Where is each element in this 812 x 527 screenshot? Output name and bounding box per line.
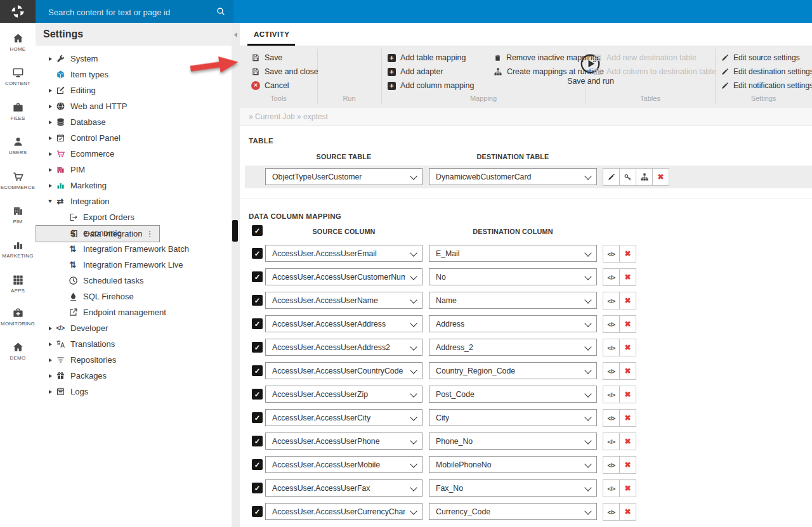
remove-inactive-mappings-button[interactable]: Remove inactive mappings [494, 52, 601, 63]
expander-icon[interactable] [46, 184, 55, 188]
expander-icon[interactable] [46, 390, 55, 394]
edit-column-script-button[interactable]: </> [603, 315, 620, 333]
edit-column-script-button[interactable]: </> [603, 386, 620, 403]
collapse-sidebar-icon[interactable] [234, 32, 237, 37]
rail-item-monitoring[interactable]: MONITORING [0, 307, 36, 335]
row-checkbox[interactable]: ✓ [252, 389, 263, 400]
edit-destination-settings-button[interactable]: Edit destination settings [721, 66, 812, 77]
rail-item-home[interactable]: HOME [0, 32, 36, 60]
rail-item-marketing[interactable]: MARKETING [0, 239, 36, 267]
tree-item-endpoint-management[interactable]: Endpoint management [36, 304, 230, 320]
tree-item-integration[interactable]: ⇄Integration [36, 193, 230, 209]
expander-icon[interactable] [46, 168, 55, 172]
edit-source-settings-button[interactable]: Edit source settings [721, 52, 800, 63]
rail-item-demo[interactable]: DEMO [0, 341, 36, 369]
tree-item-logs[interactable]: Logs [36, 384, 230, 400]
source-column-select[interactable]: AccessUser.AccessUserFax [265, 479, 422, 497]
delete-column-mapping-button[interactable]: ✖ [619, 479, 636, 497]
delete-column-mapping-button[interactable]: ✖ [619, 409, 636, 427]
tree-item-control-panel[interactable]: Control Panel [36, 130, 230, 146]
destination-column-select[interactable]: Currency_Code [429, 503, 597, 520]
destination-column-select[interactable]: Name [429, 292, 597, 309]
edit-notification-settings-button[interactable]: Edit notification settings [721, 80, 812, 91]
delete-column-mapping-button[interactable]: ✖ [619, 292, 636, 309]
destination-column-select[interactable]: City [429, 409, 597, 426]
destination-column-select[interactable]: Fax_No [429, 479, 597, 497]
row-checkbox[interactable]: ✓ [252, 271, 263, 282]
expander-icon[interactable] [46, 358, 55, 362]
tree-item-packages[interactable]: Packages [36, 368, 230, 384]
source-column-select[interactable]: AccessUser.AccessUserName [265, 292, 422, 309]
source-column-select[interactable]: AccessUser.AccessUserCity [265, 409, 422, 426]
edit-column-script-button[interactable]: </> [603, 339, 620, 356]
tree-item-sql-firehose[interactable]: SQL Firehose [36, 289, 230, 304]
expander-icon[interactable] [46, 120, 55, 124]
edit-column-script-button[interactable]: </> [603, 362, 620, 380]
tree-item-web-and-http[interactable]: Web and HTTP [36, 98, 230, 114]
source-column-select[interactable]: AccessUser.AccessUserCustomerNumber [265, 268, 422, 285]
expander-icon[interactable] [46, 136, 55, 140]
sidebar-scrollbar-thumb[interactable] [232, 220, 238, 242]
delete-column-mapping-button[interactable]: ✖ [619, 456, 636, 474]
destination-column-select[interactable]: No [429, 268, 597, 285]
row-checkbox[interactable]: ✓ [252, 342, 263, 353]
save-and-run-label[interactable]: Save and run [557, 77, 624, 86]
tree-item-pim[interactable]: PIM [36, 162, 230, 178]
rail-item-ecommerce[interactable]: ECOMMERCE [0, 171, 36, 198]
tree-item-editing[interactable]: Editing [36, 82, 230, 98]
delete-column-mapping-button[interactable]: ✖ [619, 268, 636, 286]
tree-item-database[interactable]: Database [36, 114, 230, 130]
source-column-select[interactable]: AccessUser.AccessUserPhone [265, 433, 422, 450]
delete-table-mapping-button[interactable]: ✖ [652, 168, 669, 186]
tree-item-repositories[interactable]: Repositories [36, 352, 230, 368]
tree-item-economic[interactable]: $e-conomic [36, 225, 230, 241]
expander-icon[interactable] [46, 342, 55, 346]
edit-column-script-button[interactable]: </> [603, 503, 620, 521]
add-column-mapping-button[interactable]: +Add column mapping [388, 80, 474, 91]
destination-column-select[interactable]: Phone_No [429, 433, 597, 450]
breadcrumb-text[interactable]: » Current Job » exptest [240, 112, 328, 121]
expander-icon[interactable] [46, 374, 55, 378]
select-all-checkbox[interactable]: ✓ [252, 225, 263, 236]
expander-icon[interactable] [46, 152, 55, 156]
source-column-select[interactable]: AccessUser.AccessUserEmail [265, 245, 422, 262]
edit-column-script-button[interactable]: </> [603, 433, 620, 450]
cancel-button[interactable]: ✕Cancel [251, 80, 289, 91]
tab-activity[interactable]: ACTIVITY [254, 30, 289, 38]
edit-column-script-button[interactable]: </> [603, 268, 620, 286]
edit-column-script-button[interactable]: </> [603, 456, 620, 474]
delete-column-mapping-button[interactable]: ✖ [619, 362, 636, 380]
row-checkbox[interactable]: ✓ [252, 248, 263, 259]
delete-column-mapping-button[interactable]: ✖ [619, 503, 636, 521]
search-input[interactable] [47, 0, 227, 24]
tree-item-developer[interactable]: </>Developer [36, 320, 230, 336]
add-table-mapping-button[interactable]: +Add table mapping [388, 52, 466, 63]
delete-column-mapping-button[interactable]: ✖ [619, 245, 636, 263]
rail-item-pim[interactable]: PIM [0, 205, 36, 233]
search-icon[interactable] [216, 6, 226, 16]
source-table-select[interactable]: ObjectTypeUserCustomer [265, 168, 422, 185]
edit-column-script-button[interactable]: </> [603, 479, 620, 497]
row-checkbox[interactable]: ✓ [252, 365, 263, 376]
delete-column-mapping-button[interactable]: ✖ [619, 386, 636, 403]
expander-icon[interactable] [46, 89, 55, 93]
tree-item-integration-framework-live[interactable]: ⇅Integration Framework Live [36, 257, 230, 273]
tree-item-integration-framework-batch[interactable]: ⇅Integration Framework Batch [36, 241, 230, 257]
edit-column-script-button[interactable]: </> [603, 245, 620, 263]
row-checkbox[interactable]: ✓ [252, 412, 263, 423]
destination-column-select[interactable]: Address_2 [429, 339, 597, 356]
tree-item-translations[interactable]: Translations [36, 336, 230, 352]
destination-column-select[interactable]: Post_Code [429, 386, 597, 403]
row-checkbox[interactable]: ✓ [252, 318, 263, 329]
save-and-close-button[interactable]: Save and close [251, 66, 318, 77]
edit-column-script-button[interactable]: </> [603, 409, 620, 427]
source-column-select[interactable]: AccessUser.AccessUserZip [265, 386, 422, 403]
rail-item-files[interactable]: FILES [0, 101, 36, 129]
edit-table-mapping-button[interactable] [603, 168, 620, 186]
create-mappings-at-runtime-button[interactable]: Create mappings at runtime [494, 66, 604, 77]
expander-icon[interactable] [46, 105, 55, 108]
expander-icon[interactable] [46, 57, 55, 61]
row-checkbox[interactable]: ✓ [252, 459, 263, 470]
row-checkbox[interactable]: ✓ [252, 436, 263, 446]
rail-item-apps[interactable]: APPS [0, 274, 36, 302]
